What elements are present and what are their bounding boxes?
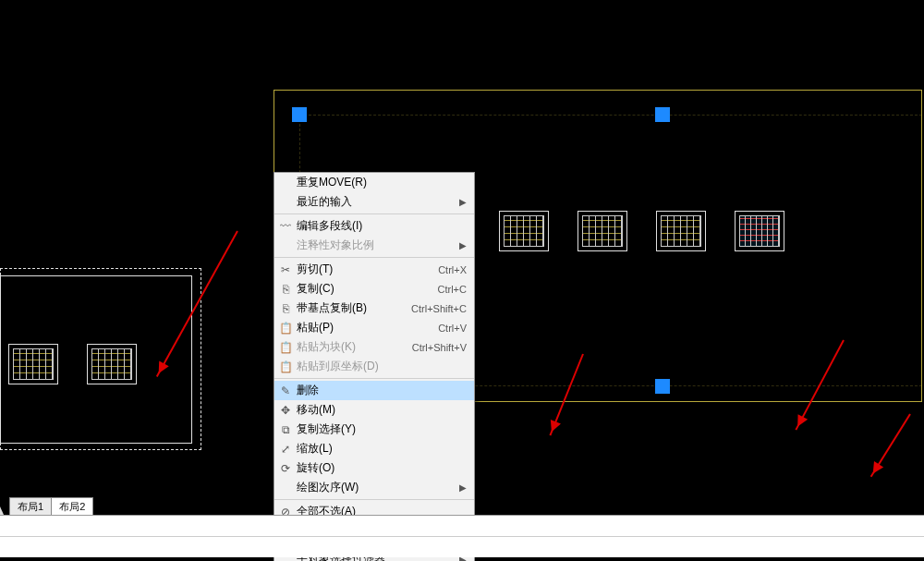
plan-thumb[interactable] <box>578 211 627 251</box>
move-icon: ✥ <box>274 400 297 420</box>
menu-item-label: 删除 <box>297 383 467 398</box>
menu-item-shortcut: Ctrl+X <box>438 264 467 275</box>
menu-item[interactable]: ✎删除 <box>274 381 474 400</box>
annotation-arrow <box>870 413 911 477</box>
layout-tab[interactable]: 布局1 <box>9 497 52 516</box>
paste0-icon: 📋 <box>274 357 297 376</box>
menu-item[interactable]: ⎘带基点复制(B)Ctrl+Shift+C <box>274 299 474 318</box>
menu-item: 📋粘贴到原坐标(D) <box>274 357 474 376</box>
menu-item-label: 粘贴(P) <box>297 320 438 335</box>
menu-item-label: 复制(C) <box>297 281 438 297</box>
menu-item: 注释性对象比例▶ <box>274 236 474 255</box>
drawing-area[interactable]: 重复MOVE(R)最近的输入▶〰编辑多段线(I)注释性对象比例▶✂剪切(T)Ct… <box>0 0 924 561</box>
menu-item[interactable]: 📋粘贴(P)Ctrl+V <box>274 318 474 337</box>
menu-item[interactable]: 重复MOVE(R) <box>274 173 474 192</box>
menu-item-label: 编辑多段线(I) <box>297 218 467 234</box>
plan-thumb[interactable] <box>8 344 58 384</box>
menu-item-shortcut: Ctrl+Shift+C <box>411 303 467 314</box>
layout-tabs: 布局1布局2 <box>0 499 93 516</box>
menu-item-label: 复制选择(Y) <box>297 421 467 437</box>
menu-item[interactable]: 〰编辑多段线(I) <box>274 216 474 236</box>
cut-icon: ✂ <box>274 260 297 279</box>
command-panel[interactable] <box>0 515 924 557</box>
menu-item[interactable]: ⧉复制选择(Y) <box>274 420 474 439</box>
menu-item-label: 旋转(O) <box>297 460 467 476</box>
menu-item-label: 缩放(L) <box>297 441 467 457</box>
plan-thumb[interactable] <box>656 211 706 251</box>
erase-icon: ✎ <box>274 381 297 400</box>
blank-icon <box>274 192 297 212</box>
paste-icon: 📋 <box>274 318 297 337</box>
menu-item[interactable]: 最近的输入▶ <box>274 192 474 212</box>
menu-item[interactable]: ⤢缩放(L) <box>274 439 474 458</box>
menu-item-label: 带基点复制(B) <box>297 300 411 316</box>
menu-item-shortcut: Ctrl+Shift+V <box>412 342 467 353</box>
pline-icon: 〰 <box>274 216 297 236</box>
layout-tabs-area: 布局1布局2 <box>0 499 924 556</box>
grip-br[interactable] <box>655 379 670 394</box>
grip-tr[interactable] <box>655 107 670 122</box>
menu-item[interactable]: ⎘复制(C)Ctrl+C <box>274 279 474 299</box>
plan-thumb[interactable] <box>87 344 137 384</box>
copy-icon: ⎘ <box>274 279 297 299</box>
submenu-arrow-icon: ▶ <box>459 197 467 207</box>
menu-item-label: 粘贴到原坐标(D) <box>297 359 467 374</box>
submenu-arrow-icon: ▶ <box>459 482 467 493</box>
rot-icon: ⟳ <box>274 458 297 478</box>
plan-thumb[interactable] <box>735 211 784 251</box>
blank-icon <box>274 478 297 497</box>
menu-item: 📋粘贴为块(K)Ctrl+Shift+V <box>274 337 474 357</box>
blank-icon <box>274 236 297 255</box>
plan-thumb[interactable] <box>499 211 549 251</box>
menu-item-label: 移动(M) <box>297 402 467 418</box>
menu-item-label: 剪切(T) <box>297 262 438 277</box>
pasteb-icon: 📋 <box>274 337 297 357</box>
submenu-arrow-icon: ▶ <box>459 240 467 250</box>
grip-tl[interactable] <box>292 107 307 122</box>
menu-item[interactable]: ✂剪切(T)Ctrl+X <box>274 260 474 279</box>
menu-item[interactable]: ✥移动(M) <box>274 400 474 420</box>
menu-item[interactable]: 绘图次序(W)▶ <box>274 478 474 497</box>
scale-icon: ⤢ <box>274 439 297 458</box>
menu-item-label: 注释性对象比例 <box>297 238 459 253</box>
blank-icon <box>274 173 297 192</box>
copys-icon: ⧉ <box>274 420 297 439</box>
layout-tab[interactable]: 布局2 <box>51 497 93 516</box>
menu-item-label: 最近的输入 <box>297 194 459 210</box>
copyb-icon: ⎘ <box>274 299 297 318</box>
menu-item-label: 粘贴为块(K) <box>297 339 412 355</box>
menu-item-shortcut: Ctrl+V <box>438 323 467 334</box>
menu-item[interactable]: ⟳旋转(O) <box>274 458 474 478</box>
menu-item-shortcut: Ctrl+C <box>438 284 467 295</box>
menu-item-label: 绘图次序(W) <box>297 480 459 495</box>
menu-item-label: 重复MOVE(R) <box>297 175 467 190</box>
